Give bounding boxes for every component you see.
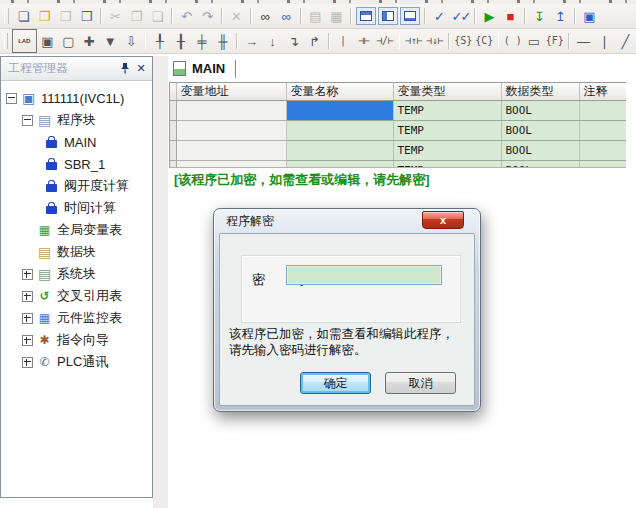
cell-comment[interactable] <box>579 121 626 141</box>
toolbar-grip[interactable] <box>4 8 9 24</box>
expand-icon[interactable] <box>22 357 33 368</box>
copy-icon[interactable] <box>126 6 147 26</box>
open-contact-icon[interactable] <box>354 31 375 51</box>
ladder-branch-tool-4-icon[interactable] <box>212 31 233 51</box>
upload-program-icon[interactable] <box>550 6 571 26</box>
cell-addr[interactable] <box>176 101 286 121</box>
clear-coil-icon[interactable] <box>474 31 495 51</box>
line-down-icon[interactable] <box>262 31 283 51</box>
cell-vtype[interactable]: TEMP <box>393 141 501 161</box>
cell-comment[interactable] <box>579 141 626 161</box>
closed-contact-icon[interactable] <box>375 31 396 51</box>
expand-icon[interactable] <box>22 335 33 346</box>
cell-comment[interactable] <box>579 161 626 169</box>
special-coil-icon[interactable] <box>544 31 565 51</box>
dialog-close-icon[interactable]: x <box>422 211 464 229</box>
cell-dtype[interactable]: BOOL <box>501 161 579 169</box>
tree-item-global-vars[interactable]: 全局变量表 <box>1 219 152 241</box>
ok-button[interactable]: 确定 <box>300 372 371 394</box>
insert-down-icon[interactable] <box>100 31 121 51</box>
cell-dtype[interactable]: BOOL <box>501 101 579 121</box>
tree-item-program-blocks[interactable]: 程序块 <box>1 109 152 131</box>
cell-dtype[interactable]: BOOL <box>501 121 579 141</box>
cancel-button[interactable]: 取消 <box>385 372 456 394</box>
download-program-icon[interactable] <box>529 6 550 26</box>
open-file-icon[interactable] <box>34 6 55 26</box>
expand-icon[interactable] <box>22 269 33 280</box>
print-preview-icon[interactable] <box>305 6 326 26</box>
cell-addr[interactable] <box>176 141 286 161</box>
print-icon[interactable] <box>326 6 347 26</box>
cell-name-selected[interactable] <box>286 101 393 121</box>
tree-item-system-block[interactable]: 系统块 <box>1 263 152 285</box>
cell-addr[interactable] <box>176 121 286 141</box>
tree-item-sbr1[interactable]: SBR_1 <box>1 153 152 175</box>
tree-item-valve-calc[interactable]: 阀开度计算 <box>1 175 152 197</box>
cell-comment[interactable] <box>579 101 626 121</box>
view-project-window-icon[interactable] <box>356 7 376 25</box>
insert-down-hollow-icon[interactable] <box>121 31 142 51</box>
vertical-line-icon[interactable] <box>594 31 615 51</box>
tree-item-time-calc[interactable]: 时间计算 <box>1 197 152 219</box>
lad-editor-icon[interactable] <box>12 29 37 53</box>
stop-icon[interactable] <box>500 6 521 26</box>
pin-icon[interactable] <box>118 62 132 76</box>
col-header-addr[interactable]: 变量地址 <box>176 83 286 101</box>
tree-item-data-block[interactable]: 数据块 <box>1 241 152 263</box>
cell-name[interactable] <box>286 141 393 161</box>
line-right-icon[interactable] <box>241 31 262 51</box>
find-in-project-icon[interactable] <box>276 6 297 26</box>
col-header-vtype[interactable]: 变量类型 <box>393 83 501 101</box>
function-block-icon[interactable] <box>523 31 544 51</box>
cell-name[interactable] <box>286 121 393 141</box>
crosshair-icon[interactable] <box>79 31 100 51</box>
find-icon[interactable] <box>255 6 276 26</box>
instruction-box-icon[interactable] <box>37 31 58 51</box>
cell-dtype[interactable]: BOOL <box>501 141 579 161</box>
tree-item-main[interactable]: MAIN <box>1 131 152 153</box>
password-input[interactable] <box>286 265 442 285</box>
save-all-icon[interactable] <box>76 6 97 26</box>
cell-vtype[interactable]: TEMP <box>393 121 501 141</box>
ladder-branch-tool-1-icon[interactable] <box>149 31 170 51</box>
horizontal-line-icon[interactable] <box>573 31 594 51</box>
cell-addr[interactable] <box>176 161 286 169</box>
collapse-icon[interactable] <box>22 115 33 126</box>
falling-pulse-contact-icon[interactable] <box>424 31 445 51</box>
compile-icon[interactable] <box>429 6 450 26</box>
tree-item-instruction-wizard[interactable]: 指令向导 <box>1 329 152 351</box>
cell-name[interactable] <box>286 161 393 169</box>
ladder-branch-tool-2-icon[interactable] <box>170 31 191 51</box>
collapse-icon[interactable] <box>6 93 17 104</box>
cell-vtype[interactable]: TEMP <box>393 161 501 169</box>
rising-pulse-contact-icon[interactable] <box>403 31 424 51</box>
undo-icon[interactable] <box>176 6 197 26</box>
tree-item-plc-comm[interactable]: PLC通讯 <box>1 351 152 373</box>
col-header-comment[interactable]: 注释 <box>579 83 626 101</box>
tree-item-cross-ref[interactable]: 交叉引用表 <box>1 285 152 307</box>
delete-icon[interactable] <box>226 6 247 26</box>
cut-icon[interactable] <box>105 6 126 26</box>
run-icon[interactable] <box>479 6 500 26</box>
view-split-window-icon[interactable] <box>378 7 398 25</box>
tree-item-project-root[interactable]: 111111(IVC1L) <box>1 87 152 109</box>
compile-all-icon[interactable] <box>450 6 471 26</box>
line-corner-up-icon[interactable] <box>304 31 325 51</box>
monitor-icon[interactable] <box>579 6 600 26</box>
save-icon[interactable] <box>55 6 76 26</box>
line-corner-down-icon[interactable] <box>283 31 304 51</box>
redo-icon[interactable] <box>197 6 218 26</box>
output-coil-icon[interactable] <box>502 31 523 51</box>
close-panel-icon[interactable]: ✕ <box>134 62 148 76</box>
ladder-branch-tool-3-icon[interactable] <box>191 31 212 51</box>
toolbar-grip[interactable] <box>4 33 8 49</box>
expand-icon[interactable] <box>22 313 33 324</box>
panel-splitter[interactable] <box>153 56 169 508</box>
vertical-segment-icon[interactable] <box>333 31 354 51</box>
tree-item-element-monitor[interactable]: 元件监控表 <box>1 307 152 329</box>
cell-vtype[interactable]: TEMP <box>393 101 501 121</box>
col-header-name[interactable]: 变量名称 <box>286 83 393 101</box>
paste-icon[interactable] <box>147 6 168 26</box>
delete-line-icon[interactable] <box>615 31 636 51</box>
empty-box-icon[interactable] <box>58 31 79 51</box>
